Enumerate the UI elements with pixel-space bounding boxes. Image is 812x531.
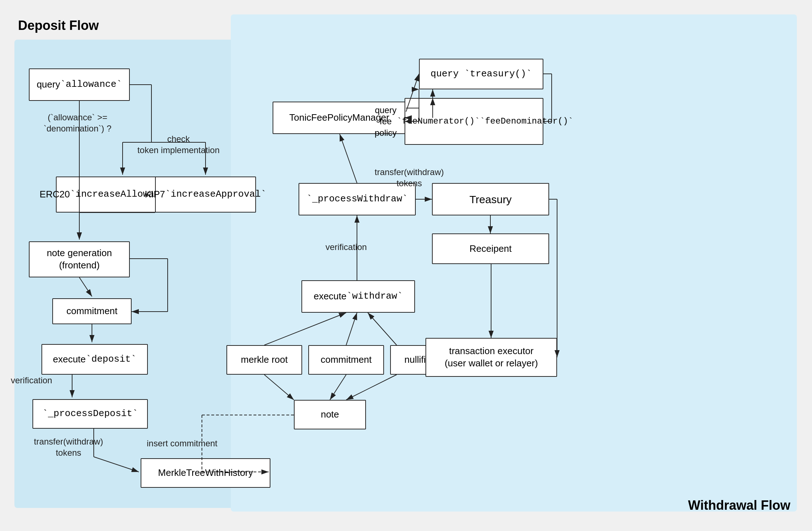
- commitment2-node: commitment: [308, 345, 384, 375]
- recipient-node: Receipent: [432, 233, 549, 264]
- execute-deposit-node: execute `deposit`: [41, 344, 148, 375]
- query-treasury-node: query `treasury()`: [419, 59, 543, 89]
- allowance-check-label: (`allowance` >= `denomination`) ?: [22, 112, 133, 134]
- deposit-flow-label: Deposit Flow: [18, 18, 99, 33]
- query-allowance-node: query `allowance`: [29, 68, 130, 101]
- note-generation-node: note generation(frontend): [29, 241, 130, 277]
- note-node: note: [294, 400, 366, 429]
- commitment-node: commitment: [52, 298, 132, 324]
- transfer-tokens-deposit-label: transfer(withdraw) tokens: [23, 436, 114, 458]
- process-deposit-node: `_processDeposit`: [32, 399, 148, 429]
- query-fee-policy-node: query fee policy`feeNumerator()``feeDeno…: [405, 98, 543, 145]
- transfer-withdraw-tokens-label: transfer(withdraw) tokens: [364, 166, 454, 189]
- check-token-label: checktoken implementation: [133, 133, 224, 156]
- tx-executor-node: transaction executor(user wallet or rela…: [425, 338, 557, 377]
- merkle-root-node: merkle root: [226, 345, 302, 375]
- withdrawal-flow-label: Withdrawal Flow: [688, 498, 790, 513]
- verification-withdraw-label: verification: [314, 241, 379, 253]
- verification-deposit-label: verification: [11, 375, 50, 386]
- merkle-tree-node: MerkleTreeWithHistory: [141, 458, 270, 488]
- execute-withdraw-node: execute `withdraw`: [301, 280, 415, 313]
- kip7-node: KIP7`increaseApproval`: [155, 177, 256, 213]
- insert-commitment-label: insert commitment: [142, 438, 222, 449]
